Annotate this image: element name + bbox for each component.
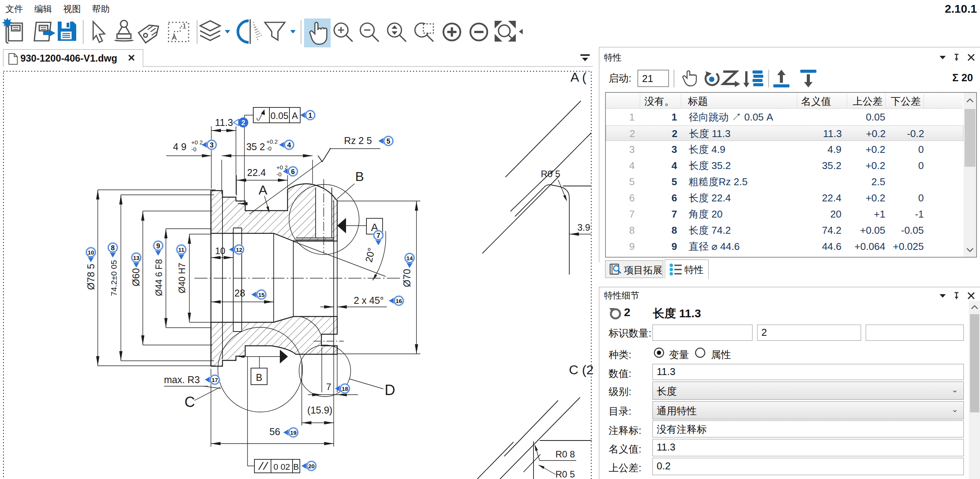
svg-text:C (2: C (2 bbox=[569, 362, 594, 377]
svg-text:A (: A ( bbox=[570, 70, 587, 84]
svg-text:5: 5 bbox=[386, 137, 390, 145]
svg-text:2: 2 bbox=[241, 119, 245, 127]
svg-text:B: B bbox=[355, 169, 364, 184]
svg-text:74.2±0 05: 74.2±0 05 bbox=[109, 260, 118, 296]
svg-text:A: A bbox=[292, 111, 298, 121]
svg-text:18: 18 bbox=[342, 385, 348, 392]
svg-text:14: 14 bbox=[406, 255, 413, 261]
svg-text:4: 4 bbox=[287, 141, 291, 149]
svg-text:20: 20 bbox=[308, 463, 315, 469]
svg-text:D: D bbox=[385, 382, 395, 398]
svg-text:3: 3 bbox=[210, 141, 214, 149]
svg-text:11.3: 11.3 bbox=[215, 117, 233, 128]
svg-text:16: 16 bbox=[396, 298, 402, 304]
svg-text:Ø60: Ø60 bbox=[130, 268, 141, 286]
svg-text:R0 5: R0 5 bbox=[555, 469, 575, 479]
svg-text:12: 12 bbox=[236, 246, 242, 253]
svg-text:2 x 45°: 2 x 45° bbox=[354, 295, 384, 306]
svg-text:B: B bbox=[256, 372, 263, 383]
svg-text:8: 8 bbox=[111, 244, 115, 252]
svg-text:7: 7 bbox=[326, 382, 331, 392]
svg-text:0 02: 0 02 bbox=[274, 462, 290, 472]
svg-text:-0: -0 bbox=[266, 145, 271, 152]
svg-text:28: 28 bbox=[234, 288, 245, 298]
svg-text:22.4: 22.4 bbox=[247, 167, 266, 178]
svg-text:7: 7 bbox=[376, 232, 380, 240]
svg-text:11: 11 bbox=[178, 246, 184, 253]
svg-text:+0 2: +0 2 bbox=[191, 139, 203, 146]
svg-text:Rz 2 5: Rz 2 5 bbox=[344, 135, 372, 146]
svg-text:B: B bbox=[293, 462, 299, 472]
svg-text:R0 5: R0 5 bbox=[541, 169, 560, 179]
svg-text:1: 1 bbox=[308, 112, 312, 119]
svg-text:Ø70: Ø70 bbox=[401, 269, 412, 287]
svg-text:0.05: 0.05 bbox=[271, 111, 289, 121]
svg-text:10: 10 bbox=[88, 249, 94, 256]
svg-text:+0.2: +0.2 bbox=[266, 138, 278, 145]
svg-text:-0: -0 bbox=[276, 171, 281, 178]
svg-text:Ø44 6 F8: Ø44 6 F8 bbox=[154, 259, 164, 296]
svg-text:A: A bbox=[259, 183, 268, 197]
svg-text:R0 8: R0 8 bbox=[555, 449, 575, 459]
svg-text:56: 56 bbox=[269, 426, 280, 437]
svg-text:(15.9): (15.9) bbox=[307, 405, 332, 415]
svg-text:9: 9 bbox=[156, 242, 160, 250]
svg-text:Ø40 H7: Ø40 H7 bbox=[177, 263, 187, 293]
svg-text:10: 10 bbox=[215, 246, 226, 256]
svg-text:Ø78 5: Ø78 5 bbox=[85, 264, 96, 290]
svg-text:4 9: 4 9 bbox=[173, 141, 187, 152]
svg-text:3.9: 3.9 bbox=[577, 222, 590, 233]
svg-text:max. R3: max. R3 bbox=[164, 374, 200, 385]
svg-text:C: C bbox=[184, 394, 195, 410]
svg-text:35 2: 35 2 bbox=[246, 141, 265, 152]
svg-text:13: 13 bbox=[133, 255, 140, 261]
svg-text:19: 19 bbox=[290, 429, 297, 436]
svg-text:6: 6 bbox=[291, 168, 295, 176]
svg-text:20°: 20° bbox=[363, 247, 377, 263]
svg-text:17: 17 bbox=[212, 377, 218, 383]
svg-text:15: 15 bbox=[258, 291, 265, 298]
svg-text:-0: -0 bbox=[191, 146, 196, 152]
